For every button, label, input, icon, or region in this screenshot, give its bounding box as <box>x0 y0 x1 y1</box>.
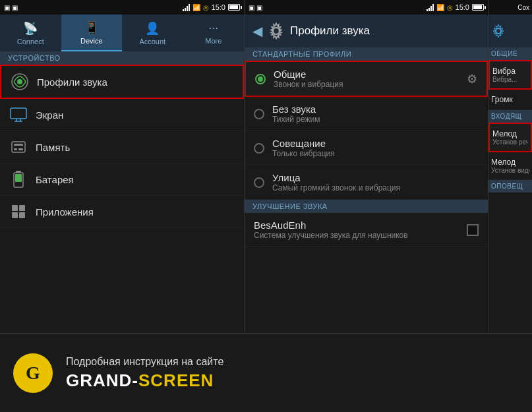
profile-outdoor[interactable]: Улица Самый громкий звонок и вибрация <box>245 165 488 200</box>
panel2-title-bar: ◀ Профили звука <box>245 15 488 47</box>
tab-connect-label: Connect <box>17 38 44 45</box>
settings-icon-p3 <box>491 24 506 38</box>
back-arrow[interactable]: ◀ <box>252 23 262 39</box>
panel3-incoming-text: ВХОДЯЩ <box>491 113 522 120</box>
radio-meeting <box>254 143 264 154</box>
menu-item-memory[interactable]: Память <box>0 131 244 163</box>
section-header-text: УСТРОЙСТВО <box>8 54 61 62</box>
profile-meeting[interactable]: Совещание Только вибрация <box>245 131 488 165</box>
tab-device-label: Device <box>80 37 103 45</box>
tab-account-label: Account <box>139 38 165 45</box>
svg-point-1 <box>17 79 22 84</box>
panel-general-settings: Cox ОБЩИЕ Вибра Вибра... Громк ВХОДЯЩ Ме… <box>488 0 532 333</box>
enhancement-checkbox[interactable] <box>467 224 479 236</box>
menu-item-sound[interactable]: Профили звука <box>0 65 244 99</box>
bottom-text-area: Подробная инструкция на сайте GRAND-SCRE… <box>66 356 223 391</box>
bottom-instruction: Подробная инструкция на сайте <box>66 356 223 368</box>
apps-icon <box>9 202 28 221</box>
notification-icons: ▣ ▣ <box>4 4 18 11</box>
panel3-general-header: ОБЩИЕ <box>488 47 532 60</box>
connect-icon: 📡 <box>23 21 38 36</box>
apps-label: Приложения <box>36 206 94 218</box>
panel-device: ▣ ▣ 📶 ◎ 15:0 📡 Connect 📱 Devic <box>0 0 244 333</box>
battery-label: Батарея <box>36 174 74 185</box>
tab-bar: 📡 Connect 📱 Device 👤 Account ··· More <box>0 15 244 51</box>
enhancement-section-header: УЛУЧШЕНИЕ ЗВУКА <box>245 200 488 213</box>
status-bar-panel2: ▣ ▣ 📶 ◎ 15:0 <box>245 0 488 15</box>
device-section-header: УСТРОЙСТВО <box>0 51 244 65</box>
vibra-desc: Вибра... <box>492 76 528 83</box>
memory-icon <box>9 138 28 156</box>
melody1-name: Мелод <box>492 129 528 138</box>
standard-profiles-text: СТАНДАРТНЫЕ ПРОФИЛИ <box>252 50 351 58</box>
menu-item-apps[interactable]: Приложения <box>0 196 244 228</box>
panel3-item-vibra[interactable]: Вибра Вибра... <box>488 60 532 90</box>
tab-account[interactable]: 👤 Account <box>122 15 183 51</box>
radio-outdoor <box>254 177 264 188</box>
status-time-p2: 15:0 <box>456 3 469 11</box>
profile-silent-info: Без звука Тихий режим <box>272 103 479 124</box>
panel3-title-bar <box>488 15 532 47</box>
brand-part2: SCREEN <box>138 370 214 390</box>
svg-rect-8 <box>14 148 17 150</box>
panel2-title: Профили звука <box>290 24 370 38</box>
profile-silent-desc: Тихий режим <box>272 115 479 124</box>
svg-point-18 <box>496 28 501 34</box>
gps-icon: ◎ <box>203 4 209 11</box>
profile-meeting-name: Совещание <box>272 138 479 149</box>
tab-more[interactable]: ··· More <box>183 15 245 51</box>
menu-item-battery[interactable]: Батарея <box>0 163 244 196</box>
gps-icon-p2: ◎ <box>447 4 453 11</box>
svg-rect-6 <box>12 142 25 152</box>
sound-profiles-icon <box>11 73 29 91</box>
grand-screen-logo: G <box>13 353 53 393</box>
bottom-bar: G Подробная инструкция на сайте GRAND-SC… <box>0 333 532 412</box>
profile-general-name: Общие <box>274 69 459 80</box>
svg-rect-9 <box>18 148 23 150</box>
lte-icon: 📶 <box>192 4 200 11</box>
signal-icon <box>183 3 190 11</box>
profile-meeting-desc: Только вибрация <box>272 149 479 158</box>
profile-silent[interactable]: Без звука Тихий режим <box>245 97 488 131</box>
bottom-brand: GRAND-SCREEN <box>66 370 223 391</box>
screen-icon <box>9 105 28 124</box>
panel3-item-volume[interactable]: Громк <box>488 90 532 110</box>
tab-device[interactable]: 📱 Device <box>61 15 123 51</box>
panel3-notif-header: ОПОВЕЩ <box>488 180 532 192</box>
panel3-incoming-header: ВХОДЯЩ <box>488 110 532 123</box>
status-time-p1: 15:0 <box>212 3 225 11</box>
panel3-item-melody2[interactable]: Мелод Установ видеовы <box>488 152 532 180</box>
profile-silent-name: Без звука <box>272 103 479 115</box>
tab-more-label: More <box>205 37 222 45</box>
device-icon: 📱 <box>84 20 99 35</box>
enhancement-besaud[interactable]: BesAudEnh Система улучшения звука для на… <box>245 213 488 247</box>
profile-outdoor-name: Улица <box>272 172 479 183</box>
profile-general-desc: Звонок и вибрация <box>274 80 459 89</box>
profile-general-info: Общие Звонок и вибрация <box>274 69 459 89</box>
radio-general <box>255 74 266 84</box>
svg-rect-14 <box>19 205 25 211</box>
screen-label: Экран <box>36 109 63 121</box>
notification-icons-p2: ▣ ▣ <box>249 4 262 11</box>
logo-letter: G <box>26 363 40 384</box>
radio-silent <box>254 109 264 119</box>
battery-icon-p2 <box>472 4 484 11</box>
svg-rect-13 <box>12 205 18 211</box>
menu-item-screen[interactable]: Экран <box>0 99 244 131</box>
melody2-name: Мелод <box>491 158 529 167</box>
enhancement-section-text: УЛУЧШЕНИЕ ЗВУКА <box>252 202 328 210</box>
enhancement-name: BesAudEnh <box>254 220 459 231</box>
profile-general[interactable]: Общие Звонок и вибрация ⚙ <box>245 61 488 97</box>
panel3-notif-text: ОПОВЕЩ <box>491 183 523 190</box>
svg-rect-15 <box>12 212 18 218</box>
status-bar-panel1: ▣ ▣ 📶 ◎ 15:0 <box>0 0 244 15</box>
enhancement-desc: Система улучшения звука для наушников <box>254 231 459 240</box>
svg-rect-7 <box>14 144 23 146</box>
profile-gear-icon[interactable]: ⚙ <box>467 72 477 86</box>
panel3-item-melody1[interactable]: Мелод Установ речевых <box>488 123 532 152</box>
melody2-desc: Установ видеовы <box>491 167 529 174</box>
status-time-p3: Cox <box>517 4 529 11</box>
account-icon: 👤 <box>145 21 160 36</box>
tab-connect[interactable]: 📡 Connect <box>0 15 61 51</box>
settings-gear-icon <box>268 22 285 40</box>
